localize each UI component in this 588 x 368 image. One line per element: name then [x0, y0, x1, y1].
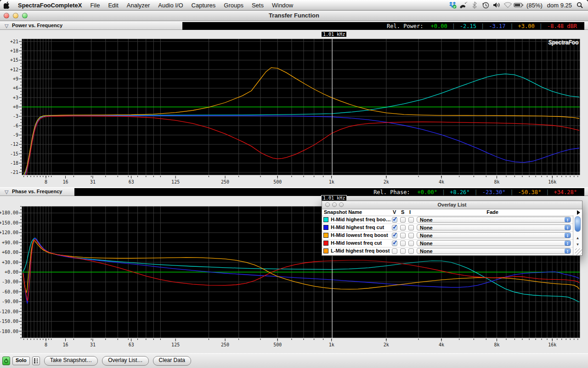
phase-disclosure-triangle[interactable]: ▽	[5, 189, 8, 195]
readout-value: -8.48 dBR	[543, 23, 582, 29]
overlay-close-button[interactable]	[325, 202, 330, 207]
snapshot-name: L-Mid highest freq boost	[331, 248, 390, 253]
fade-select[interactable]: None▲▼	[417, 224, 571, 230]
zoom-button[interactable]	[22, 13, 28, 18]
i-checkbox[interactable]	[408, 233, 414, 238]
i-checkbox[interactable]	[408, 248, 414, 254]
snapshot-row[interactable]: L-Mid highest freq boostNone▲▼	[322, 247, 582, 255]
power-cursor-tag[interactable]: 1.01 kHz	[321, 31, 347, 37]
fade-value: None	[420, 241, 433, 246]
snapshot-color-swatch[interactable]	[323, 217, 328, 222]
i-checkbox[interactable]	[408, 225, 414, 230]
snapshot-name: H-Mid highest freq cut	[331, 224, 384, 230]
readout-value: +0.00	[426, 23, 452, 29]
v-checkbox[interactable]	[392, 233, 397, 238]
x-axis-tick-label: 1k	[329, 179, 334, 184]
phone-menu-icon[interactable]	[458, 0, 469, 10]
menu-item-file[interactable]: File	[86, 2, 104, 9]
y-axis-tick-label: -18	[10, 161, 18, 166]
overlay-list-title-bar[interactable]: Overlay List	[322, 201, 582, 209]
snapshot-row[interactable]: H-Mid lowest freq cutNone▲▼	[322, 240, 582, 247]
overlay-minimize-button[interactable]	[332, 202, 337, 207]
fade-stepper-icon[interactable]: ▲▼	[565, 241, 571, 246]
close-button[interactable]	[4, 13, 9, 18]
s-checkbox[interactable]	[400, 241, 406, 246]
snapshot-color-swatch[interactable]	[323, 233, 328, 238]
header-expand-arrow-icon[interactable]	[577, 210, 580, 215]
fade-select[interactable]: None▲▼	[417, 248, 571, 254]
column-visible[interactable]: V	[393, 209, 396, 215]
power-plot: 81631631252505001k2k4k8k16k+21+18+15+12+…	[0, 39, 583, 187]
fade-stepper-icon[interactable]: ▲▼	[565, 225, 571, 230]
scrollbar-thumb[interactable]	[575, 216, 581, 232]
s-checkbox[interactable]	[400, 217, 406, 223]
battery-percent[interactable]: (85%)	[524, 2, 545, 9]
power-readout-bar: Rel. Power: +0.00|-2.15|-3.17|+3.00|-8.4…	[182, 22, 584, 30]
x-axis-tick-label: 250	[221, 179, 229, 184]
power-led-button[interactable]	[2, 356, 10, 365]
clear-data-button[interactable]: Clear Data	[153, 356, 191, 366]
overlay-scrollbar[interactable]: ▲ ▼	[573, 215, 582, 255]
x-axis-tick-label: 16k	[548, 179, 556, 184]
solo-button[interactable]: Solo	[12, 356, 30, 365]
fade-stepper-icon[interactable]: ▲▼	[565, 233, 571, 238]
resize-grip[interactable]	[575, 248, 582, 255]
v-checkbox[interactable]	[392, 241, 397, 246]
routing-dots-icon	[34, 358, 38, 363]
s-checkbox[interactable]	[400, 225, 406, 230]
menu-item-audio-i-o[interactable]: Audio I/O	[154, 2, 187, 9]
app-menu[interactable]: SpectraFooCompleteX	[14, 2, 86, 9]
menu-item-edit[interactable]: Edit	[104, 2, 122, 9]
time-machine-menu-icon[interactable]	[480, 0, 491, 10]
menu-item-groups[interactable]: Groups	[220, 2, 248, 9]
v-checkbox[interactable]	[392, 225, 397, 230]
scroll-up-arrow-icon[interactable]: ▲	[574, 235, 581, 242]
s-checkbox[interactable]	[400, 233, 406, 238]
menu-item-captures[interactable]: Captures	[187, 2, 220, 9]
battery-menu-icon[interactable]	[513, 0, 524, 10]
fade-stepper-icon[interactable]: ▲▼	[565, 217, 571, 222]
column-invert[interactable]: I	[409, 209, 411, 215]
snapshot-color-swatch[interactable]	[323, 241, 328, 246]
menu-clock[interactable]: dom 9.25	[545, 2, 574, 9]
overlay-zoom-button[interactable]	[339, 202, 344, 207]
s-checkbox[interactable]	[400, 248, 406, 254]
window-title-bar[interactable]: Transfer Function	[0, 11, 588, 21]
snapshot-row[interactable]: H-Mid lowest freq boostNone▲▼	[322, 232, 582, 240]
fade-select[interactable]: None▲▼	[417, 232, 571, 238]
v-checkbox[interactable]	[392, 248, 397, 254]
menu-item-analyzer[interactable]: Analyzer	[123, 2, 154, 9]
spotlight-menu-icon[interactable]	[574, 0, 585, 10]
take-snapshot-button[interactable]: Take Snapshot…	[44, 356, 98, 366]
apple-menu[interactable]	[0, 1, 14, 9]
volume-menu-icon[interactable]	[491, 0, 502, 10]
snapshot-name: H-Mid highest freq boo…	[331, 217, 391, 222]
readout-value: -2.15	[455, 23, 481, 29]
menu-item-window[interactable]: Window	[268, 2, 297, 9]
snapshot-row[interactable]: H-Mid highest freq boo…None▲▼	[322, 216, 582, 224]
i-checkbox[interactable]	[408, 217, 414, 223]
bluetooth-menu-icon[interactable]	[469, 0, 480, 10]
spotlight-icon	[577, 2, 583, 9]
routing-button[interactable]	[32, 356, 40, 365]
snapshot-row[interactable]: H-Mid highest freq cutNone▲▼	[322, 224, 582, 232]
power-disclosure-triangle[interactable]: ▽	[5, 23, 8, 29]
dropbox-menu-icon[interactable]	[447, 0, 458, 10]
overlay-list-button[interactable]: Overlay List…	[102, 356, 148, 366]
v-checkbox[interactable]	[392, 217, 397, 223]
column-fade[interactable]: Fade	[417, 209, 568, 215]
fade-stepper-icon[interactable]: ▲▼	[565, 248, 571, 253]
snapshot-color-swatch[interactable]	[323, 248, 328, 253]
column-solo[interactable]: S	[401, 209, 404, 215]
menu-item-sets[interactable]: Sets	[248, 2, 268, 9]
column-snapshot-name[interactable]: Snapshot Name	[324, 209, 362, 215]
readout-separator: |	[452, 23, 455, 29]
scroll-down-arrow-icon[interactable]: ▼	[574, 241, 581, 248]
fade-select[interactable]: None▲▼	[417, 217, 571, 223]
snapshot-color-swatch[interactable]	[323, 225, 328, 230]
minimize-button[interactable]	[13, 13, 18, 18]
fade-select[interactable]: None▲▼	[417, 240, 571, 246]
bottom-toolbar: Solo Take Snapshot… Overlay List… Clear …	[0, 353, 588, 368]
i-checkbox[interactable]	[408, 241, 414, 246]
wifi-menu-icon[interactable]	[502, 0, 513, 10]
